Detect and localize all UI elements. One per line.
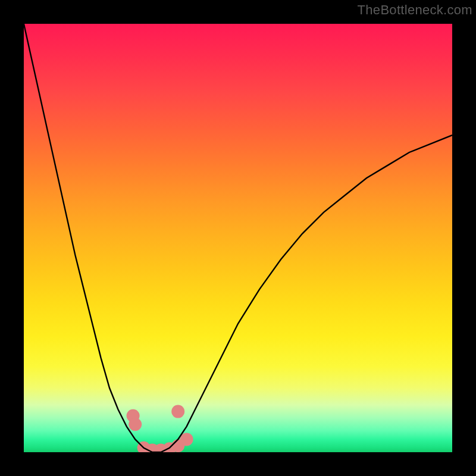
curve-svg [24, 24, 452, 452]
curve-marker [180, 433, 193, 446]
plot-area [24, 24, 452, 452]
curve-markers [127, 405, 193, 452]
curve-marker [171, 405, 184, 418]
curve-marker [129, 418, 142, 431]
watermark-text: TheBottleneck.com [358, 2, 472, 18]
chart-stage: TheBottleneck.com [0, 0, 476, 476]
bottleneck-curve [24, 24, 452, 452]
